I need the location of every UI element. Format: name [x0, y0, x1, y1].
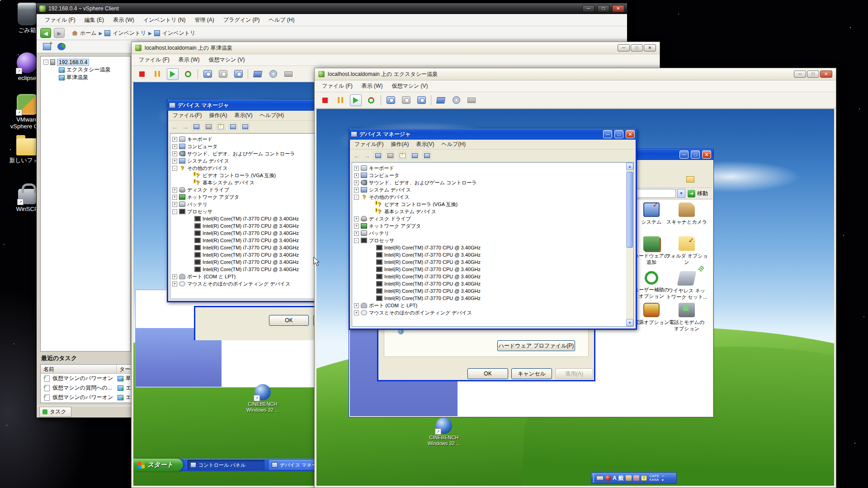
print-button[interactable] — [204, 122, 213, 131]
show-action-pane-button[interactable] — [228, 122, 237, 131]
control-panel-item[interactable]: 電話とモデムのオプション — [667, 303, 706, 332]
menu-item[interactable]: 仮想マシン (V) — [387, 80, 432, 92]
menu-item[interactable]: ファイル(F) — [169, 110, 205, 121]
close-button[interactable]: ✕ — [702, 150, 711, 159]
minimize-button[interactable]: ─ — [679, 150, 689, 159]
manage-snapshots-button[interactable] — [232, 68, 244, 80]
column-name[interactable]: 名前 — [41, 365, 117, 373]
console1-titlebar[interactable]: localhost.localdomain 上の 草津温泉 ─ □ ✕ — [132, 42, 660, 54]
close-button[interactable]: ✕ — [820, 70, 832, 78]
show-console-tree-button[interactable] — [192, 122, 201, 131]
expander-icon[interactable]: - — [172, 209, 177, 214]
menu-item[interactable]: 操作(A) — [205, 110, 231, 121]
expander-icon[interactable]: - — [43, 60, 48, 65]
maximize-button[interactable]: □ — [631, 44, 643, 52]
breadcrumb-inventory-2[interactable]: インベントリ — [162, 29, 196, 37]
manage-snapshots-button[interactable] — [415, 94, 427, 106]
menu-item[interactable]: 表示 (W) — [174, 54, 204, 66]
device-row[interactable]: +サウンド、ビデオ、およびゲーム コントローラ — [354, 179, 626, 186]
close-button[interactable]: ✕ — [612, 5, 624, 12]
device-row[interactable]: 基本システム デバイス — [354, 208, 626, 215]
revert-snapshot-button[interactable] — [400, 94, 412, 106]
properties-button[interactable] — [398, 151, 407, 160]
chevron-down-icon[interactable]: ▼ — [677, 189, 685, 198]
expander-icon[interactable]: + — [172, 159, 177, 164]
maximize-button[interactable]: □ — [614, 130, 623, 138]
vertical-scrollbar[interactable]: ▲ ▼ — [626, 162, 634, 327]
control-panel-item[interactable]: ワイヤレス ネットワーク セット... — [667, 271, 706, 300]
forward-icon[interactable]: → — [363, 152, 370, 160]
control-panel-item[interactable]: システム — [632, 202, 671, 225]
menu-item[interactable]: 仮想マシン (V) — [204, 54, 249, 66]
device-row[interactable]: ビデオ コントローラ (VGA 互換) — [354, 201, 626, 208]
power-on-button[interactable] — [167, 68, 179, 80]
expander-icon[interactable]: + — [354, 224, 359, 229]
minimize-icon[interactable]: ─ — [662, 474, 665, 478]
ime-pad-icon[interactable] — [626, 475, 632, 481]
hardware-profiles-button[interactable]: ハードウェア プロファイル(P) — [497, 340, 575, 351]
console2-titlebar[interactable]: localhost.localdomain 上の エクスタシー温泉 ─ □ ✕ — [315, 68, 836, 80]
take-snapshot-button[interactable] — [202, 68, 213, 80]
maximize-button[interactable]: □ — [597, 5, 609, 12]
expander-icon[interactable]: + — [172, 282, 177, 286]
dm2-titlebar[interactable]: デバイス マネージャ ─ □ ✕ — [349, 129, 637, 140]
go-button[interactable]: ➔ 移動 — [687, 189, 711, 198]
device-row[interactable]: +バッテリ — [354, 230, 626, 237]
minimize-button[interactable]: ─ — [582, 5, 594, 12]
device-row[interactable]: +ネットワーク アダプタ — [354, 222, 626, 230]
menu-item[interactable]: 表示(V) — [412, 139, 438, 150]
device-row[interactable]: +コンピュータ — [354, 172, 626, 179]
back-icon[interactable]: ← — [172, 123, 179, 131]
back-button[interactable]: ◀ — [40, 28, 51, 38]
control-panel-item[interactable]: ハードウェアの追加 — [632, 236, 671, 265]
options-icon[interactable]: ▾ — [662, 478, 665, 482]
ime-icon[interactable] — [605, 475, 611, 481]
sidebar-item-vm[interactable]: 草津温泉 — [41, 74, 130, 81]
device-row[interactable]: -プロセッサ — [354, 237, 626, 244]
menu-item[interactable]: 表示 (W) — [108, 14, 139, 26]
expander-icon[interactable]: + — [354, 166, 359, 171]
device-row[interactable]: +ディスク ドライブ — [354, 215, 626, 222]
device-row[interactable]: Intel(R) Core(TM) i7-3770 CPU @ 3.40GHz — [354, 280, 626, 287]
expander-icon[interactable]: + — [354, 310, 359, 315]
desktop-icon-cinebench[interactable]: CINEBENCH Windows 32 ... — [236, 384, 290, 413]
reset-button[interactable] — [182, 68, 194, 80]
sidebar-item-host[interactable]: - 192.168.0.4 — [41, 58, 130, 66]
folders-icon[interactable] — [686, 176, 694, 183]
ok-button[interactable]: OK — [269, 315, 309, 326]
suspend-button[interactable] — [335, 94, 346, 106]
usb-button[interactable] — [283, 68, 294, 80]
maximize-button[interactable]: □ — [807, 70, 819, 78]
maximize-button[interactable]: □ — [691, 150, 700, 159]
start-button[interactable]: スタート — [133, 459, 183, 471]
menu-item[interactable]: 表示 (W) — [357, 80, 387, 92]
expander-icon[interactable]: + — [354, 231, 359, 236]
print-button[interactable] — [386, 151, 395, 160]
menu-item[interactable]: ヘルプ(H) — [256, 110, 288, 121]
update-driver-button[interactable] — [241, 122, 250, 131]
menu-item[interactable]: 編集 (E) — [80, 14, 108, 26]
edit-settings-button[interactable] — [252, 68, 264, 80]
ime-language-bar[interactable]: A 般 ? CAPS KANA ─ ▾ — [591, 472, 677, 484]
device-row[interactable]: +キーボード — [354, 164, 626, 172]
control-panel-item[interactable]: スキャナとカメラ — [667, 202, 706, 225]
close-button[interactable]: ✕ — [626, 130, 635, 138]
caps-label[interactable]: CAPS — [650, 474, 659, 478]
breadcrumb-inventory[interactable]: インベントリ — [113, 29, 146, 37]
control-panel-item[interactable]: フォルダ オプション — [667, 236, 706, 265]
forward-icon[interactable]: → — [182, 123, 189, 131]
menu-item[interactable]: 管理 (A) — [190, 14, 218, 26]
device-row[interactable]: Intel(R) Core(TM) i7-3770 CPU @ 3.40GHz — [354, 244, 626, 251]
device-row[interactable]: Intel(R) Core(TM) i7-3770 CPU @ 3.40GHz — [354, 258, 626, 266]
menu-item[interactable]: ファイル(F) — [351, 139, 387, 150]
device-row[interactable]: Intel(R) Core(TM) i7-3770 CPU @ 3.40GHz — [354, 251, 626, 258]
minimize-button[interactable]: ─ — [618, 44, 630, 52]
menu-item[interactable]: ファイル (F) — [317, 80, 357, 92]
keyboard-icon[interactable] — [596, 476, 604, 480]
device-row[interactable]: -その他のデバイス — [354, 193, 626, 201]
scroll-down-icon[interactable]: ▼ — [626, 319, 633, 326]
ime-key-states[interactable]: CAPS KANA — [650, 474, 659, 482]
cancel-button[interactable]: キャンセル — [511, 368, 552, 379]
usb-button[interactable] — [466, 94, 477, 106]
menu-item[interactable]: ヘルプ(H) — [438, 139, 469, 150]
